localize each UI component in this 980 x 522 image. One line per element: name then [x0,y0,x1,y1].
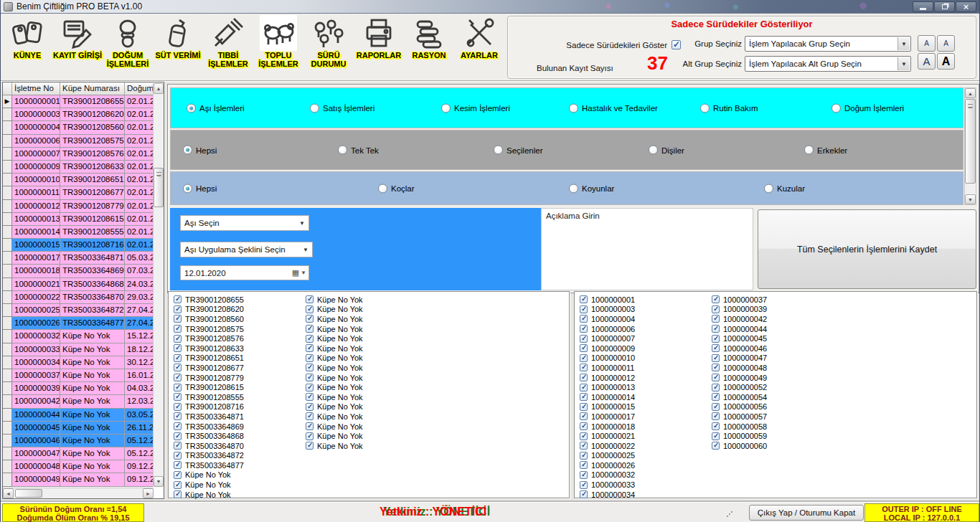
checked-checkbox-icon[interactable] [174,442,182,450]
radio-option-a-i-lemleri[interactable]: Aşı İşlemleri [187,103,245,113]
group-select-combo[interactable]: İşlem Yapılacak Grup Seçin ▼ [745,36,911,52]
radio-option-erkekler[interactable]: Erkekler [804,146,847,155]
col-dogum-tarihi[interactable]: Doğum T [125,82,154,95]
font-size-large-button[interactable]: A [918,53,936,70]
checklist-item[interactable]: 1000000004 [580,314,635,324]
row-selector[interactable] [3,278,12,291]
checked-checkbox-icon[interactable] [174,422,182,430]
checked-checkbox-icon[interactable] [580,461,588,469]
table-row[interactable]: 1000000025TR3500336487227.04.20 [3,304,154,317]
row-selector[interactable] [3,473,12,486]
checked-checkbox-icon[interactable] [580,384,588,392]
checked-checkbox-icon[interactable] [174,295,182,303]
toolbar-button-k-nye[interactable]: KÜNYE [2,15,52,80]
radio-icon[interactable] [378,184,387,193]
scroll-up-icon[interactable]: ▲ [965,88,976,98]
table-row[interactable]: 1000000034Küpe No Yok30.12.20 [3,356,154,369]
row-selector[interactable] [3,135,12,148]
row-selector[interactable] [3,252,12,265]
row-selector[interactable] [3,121,12,134]
row-selector[interactable] [3,382,12,395]
scroll-up-icon[interactable]: ▲ [154,83,164,94]
checked-checkbox-icon[interactable] [174,335,182,343]
row-selector[interactable] [3,435,12,447]
checked-checkbox-icon[interactable] [174,315,182,323]
checklist-item[interactable]: Küpe No Yok [306,412,363,422]
table-row[interactable]: 1000000039Küpe No Yok04.03.20 [3,382,154,395]
row-selector[interactable] [3,200,12,213]
checklist-item[interactable]: Küpe No Yok [306,343,363,353]
radio-option-kuzular[interactable]: Kuzular [764,184,805,193]
table-row[interactable]: 1000000033Küpe No Yok18.12.20 [3,343,154,356]
checked-checkbox-icon[interactable] [580,374,588,381]
checklist-item[interactable]: Küpe No Yok [174,490,244,500]
table-row[interactable]: 1000000047Küpe No Yok05.12.20 [3,447,154,460]
table-row[interactable]: 1000000012TR3900120877902.01.20 [3,200,154,213]
checklist-item[interactable]: Küpe No Yok [306,402,363,412]
scroll-right-icon[interactable]: ► [143,488,154,498]
row-selector[interactable] [3,108,12,121]
checked-checkbox-icon[interactable] [174,481,182,489]
table-row[interactable]: 1000000014TR3900120855502.01.20 [3,226,154,239]
table-row[interactable]: 1000000010TR3900120865102.01.20 [3,174,154,186]
table-row[interactable]: ▶1000000001TR3900120865502.01.20 [3,95,154,108]
checklist-item[interactable]: 1000000007 [580,333,635,343]
font-size-small-button[interactable]: A [918,35,936,52]
checked-checkbox-icon[interactable] [174,384,182,392]
checked-checkbox-icon[interactable] [174,490,182,498]
resize-grip[interactable] [727,511,732,517]
row-selector[interactable] [3,239,12,252]
radio-option-do-um-i-lemleri[interactable]: Doğum İşlemleri [831,103,904,113]
toolbar-button-s-t-veri-mi-[interactable]: SÜT VERİMİ [153,15,203,80]
toolbar-button-do-um-i-lemleri-[interactable]: DOĞUM İŞLEMLERİ [103,15,153,80]
checklist-item[interactable]: 1000000001 [580,295,635,305]
radio-option-hastal-k-ve-tedaviler[interactable]: Hastalık ve Tedaviler [569,103,658,113]
table-hscroll-thumb[interactable] [15,489,42,498]
checked-checkbox-icon[interactable] [174,364,182,371]
checklist-item[interactable]: TR39001208575 [174,324,244,334]
radio-icon[interactable] [310,103,319,113]
checklist-item[interactable]: 1000000009 [580,343,635,353]
checked-checkbox-icon[interactable] [580,432,588,440]
subgroup-select-combo[interactable]: İşlem Yapılacak Alt Grup Seçin ▼ [745,56,911,72]
row-selector[interactable] [3,213,12,226]
radio-icon[interactable] [700,103,710,113]
checked-checkbox-icon[interactable] [306,442,314,450]
checked-checkbox-icon[interactable] [580,335,588,343]
checked-checkbox-icon[interactable] [306,412,314,420]
row-selector[interactable] [3,161,12,174]
minimize-button[interactable] [913,1,933,12]
table-row[interactable]: 1000000021TR3500336486824.03.20 [3,278,154,291]
toolbar-button-kayit-gi-ri-i-[interactable]: KAYIT GİRİŞİ [52,15,103,80]
checked-checkbox-icon[interactable] [174,374,182,381]
radio-icon[interactable] [569,103,578,113]
checklist-item[interactable]: 1000000033 [580,480,635,490]
close-button[interactable]: × [956,1,976,12]
checked-checkbox-icon[interactable] [306,325,314,333]
checklist-item[interactable]: 1000000034 [580,490,635,500]
checked-checkbox-icon[interactable] [580,422,588,430]
checklist-item[interactable]: Küpe No Yok [306,373,363,383]
checklist-item[interactable]: Küpe No Yok [306,353,363,364]
table-vertical-scrollbar[interactable]: ▲ ▼ [153,83,164,487]
row-selector[interactable] [3,356,12,369]
checked-checkbox-icon[interactable] [174,305,182,313]
row-selector[interactable] [3,317,12,330]
checklist-item[interactable]: 1000000049 [712,373,767,383]
checked-checkbox-icon[interactable] [712,403,720,411]
table-row[interactable]: 1000000007TR3900120857602.01.20 [3,148,154,161]
checked-checkbox-icon[interactable] [306,384,314,392]
chevron-down-icon[interactable]: ▼ [897,37,910,50]
checked-checkbox-icon[interactable] [580,305,588,313]
radio-icon[interactable] [494,146,503,155]
table-row[interactable]: 1000000011TR3900120867702.01.20 [3,186,154,199]
checked-checkbox-icon[interactable] [580,481,588,489]
scroll-left-icon[interactable]: ◄ [3,488,14,498]
checked-checkbox-icon[interactable] [306,364,314,371]
col-kupe-numarasi[interactable]: Küpe Numarası [60,82,125,95]
checklist-item[interactable]: TR39001208655 [174,295,244,305]
checklist-item[interactable]: TR39001208560 [174,314,244,324]
checked-checkbox-icon[interactable] [712,295,720,303]
checked-checkbox-icon[interactable] [306,344,314,352]
table-horizontal-scrollbar[interactable]: ◄ ► [3,488,154,498]
